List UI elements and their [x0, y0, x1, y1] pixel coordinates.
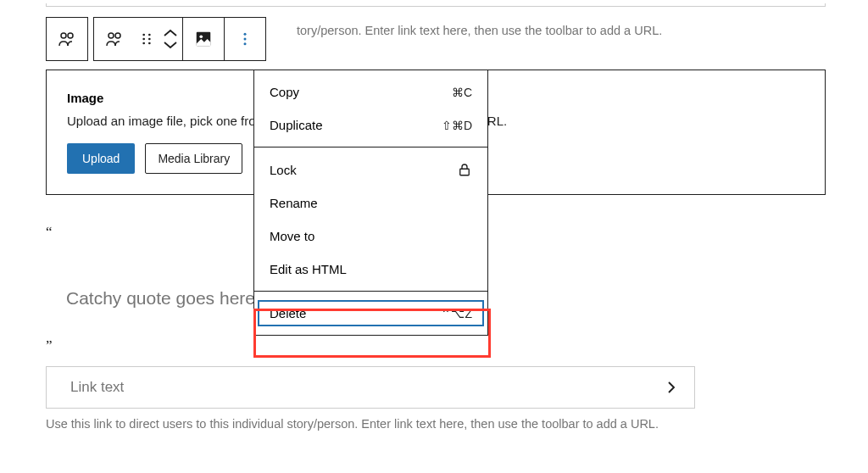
toolbar-parent-group: [46, 17, 88, 61]
menu-duplicate-shortcut: ⇧⌘D: [442, 119, 472, 132]
people-icon: [104, 29, 125, 49]
toolbar-main-group: [93, 17, 266, 61]
svg-point-14: [244, 42, 247, 45]
menu-copy-label: Copy: [270, 85, 299, 99]
menu-copy[interactable]: Copy ⌘C: [254, 75, 487, 109]
svg-point-1: [68, 33, 73, 38]
quote-open-mark: “: [46, 224, 53, 241]
drag-handle-button[interactable]: [135, 18, 159, 60]
svg-point-6: [142, 38, 145, 41]
block-toolbar: [46, 17, 266, 61]
svg-point-13: [244, 38, 247, 41]
upload-button[interactable]: Upload: [67, 143, 135, 174]
block-type-button[interactable]: [94, 18, 135, 60]
link-placeholder-text: Link text: [62, 379, 124, 396]
block-mover: [159, 18, 182, 60]
image-block-button[interactable]: [183, 18, 224, 60]
more-vertical-icon: [236, 31, 253, 47]
menu-duplicate[interactable]: Duplicate ⇧⌘D: [254, 109, 487, 142]
block-options-menu: Copy ⌘C Duplicate ⇧⌘D Lock Rename Move t…: [253, 70, 488, 336]
menu-rename[interactable]: Rename: [254, 186, 487, 220]
move-up-button[interactable]: [163, 27, 178, 39]
menu-move-to-label: Move to: [270, 229, 314, 243]
link-block[interactable]: Link text: [46, 366, 695, 409]
menu-edit-html-label: Edit as HTML: [270, 262, 347, 276]
helper-text-bottom: Use this link to direct users to this in…: [46, 417, 659, 431]
media-library-button[interactable]: Media Library: [145, 143, 242, 174]
move-down-button[interactable]: [163, 39, 178, 51]
svg-point-4: [142, 34, 145, 36]
menu-delete-shortcut: ⌃⌥Z: [441, 307, 472, 320]
svg-point-0: [61, 33, 66, 38]
lock-icon: [457, 162, 472, 177]
parent-block-button[interactable]: [47, 18, 87, 60]
quote-close-mark: ”: [46, 337, 53, 354]
people-icon: [57, 29, 77, 49]
chevron-right-icon: [664, 380, 679, 395]
menu-move-to[interactable]: Move to: [254, 220, 487, 253]
svg-point-9: [148, 42, 151, 45]
svg-point-7: [148, 38, 151, 41]
svg-rect-15: [460, 169, 470, 175]
menu-delete[interactable]: Delete ⌃⌥Z: [254, 297, 487, 330]
menu-lock-label: Lock: [270, 163, 297, 177]
menu-duplicate-label: Duplicate: [270, 118, 323, 132]
chevron-up-icon: [163, 29, 178, 37]
image-icon: [194, 30, 213, 48]
menu-edit-html[interactable]: Edit as HTML: [254, 253, 487, 286]
svg-point-12: [244, 33, 247, 36]
svg-point-3: [115, 33, 120, 38]
menu-copy-shortcut: ⌘C: [452, 86, 472, 99]
menu-rename-label: Rename: [270, 196, 318, 210]
svg-point-8: [142, 42, 145, 45]
drag-icon: [138, 31, 155, 47]
svg-point-5: [148, 34, 151, 36]
chevron-down-icon: [163, 41, 178, 49]
helper-text-top: tory/person. Enter link text here, then …: [297, 24, 662, 37]
top-container: [46, 3, 826, 7]
svg-point-2: [108, 33, 114, 38]
quote-placeholder[interactable]: Catchy quote goes here: [66, 288, 255, 309]
menu-delete-label: Delete: [270, 306, 306, 320]
svg-point-11: [199, 35, 203, 38]
menu-lock[interactable]: Lock: [254, 153, 487, 186]
more-options-button[interactable]: [225, 18, 265, 60]
